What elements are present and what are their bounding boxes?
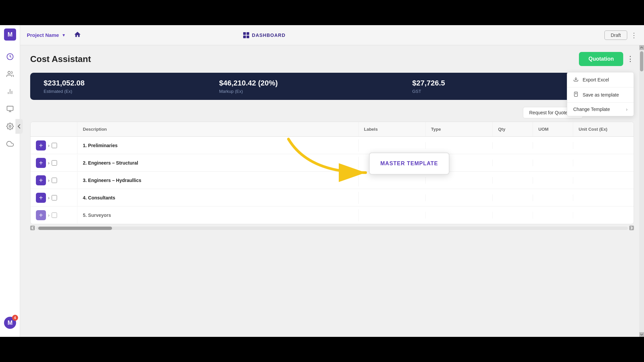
- dashboard-label: DASHBOARD: [252, 33, 285, 38]
- project-name: Project Name: [27, 32, 59, 38]
- table-row: + › 2. Engineers – Structural: [31, 154, 634, 172]
- row-checkbox-5[interactable]: [52, 213, 57, 218]
- cost-table: Description Labels Type Qty UOM Unit Cos…: [30, 122, 634, 224]
- scroll-left-btn[interactable]: [30, 226, 35, 230]
- scroll-down-btn[interactable]: [639, 332, 644, 337]
- export-excel-label: Export Excel: [583, 77, 609, 82]
- sidebar-item-people[interactable]: [5, 69, 15, 79]
- row-type-4: [426, 194, 493, 201]
- table-row: + › 5. Surveyors: [31, 206, 634, 224]
- row-labels-4: [359, 194, 426, 201]
- save-icon: [573, 92, 579, 98]
- sidebar-logo[interactable]: M: [4, 28, 16, 42]
- expand-row-button-2[interactable]: ›: [48, 160, 50, 166]
- row-description-4: 4. Consultants: [77, 192, 359, 204]
- row-unit-cost-4: [573, 194, 634, 201]
- markup-label: Markup (Ex): [219, 89, 278, 94]
- expand-row-button-4[interactable]: ›: [48, 195, 50, 200]
- row-labels-1: [359, 142, 426, 149]
- row-checkbox-3[interactable]: [52, 178, 57, 183]
- scroll-up-btn[interactable]: [639, 45, 644, 50]
- horizontal-scrollbar[interactable]: [36, 227, 628, 230]
- notification-badge: 4: [12, 315, 18, 321]
- sidebar-item-cloud[interactable]: [5, 138, 15, 149]
- master-template-label: MASTER TEMPLATE: [380, 161, 438, 166]
- add-row-button-2[interactable]: +: [36, 158, 46, 168]
- vertical-scrollbar[interactable]: [639, 45, 644, 337]
- row-unit-cost-1: [573, 142, 634, 149]
- sidebar-item-monitor[interactable]: [5, 104, 15, 114]
- row-actions-2: + ›: [31, 155, 77, 171]
- col-header-actions: [31, 122, 77, 136]
- sidebar-notification-logo[interactable]: M 4: [4, 317, 16, 330]
- row-unit-cost-2: [573, 160, 634, 166]
- row-uom-4: [533, 194, 573, 201]
- save-template-item[interactable]: Save as template: [567, 87, 634, 102]
- row-description-1: 1. Preliminaries: [77, 139, 359, 152]
- row-labels-5: [359, 212, 426, 219]
- vertical-scroll-thumb[interactable]: [640, 51, 643, 71]
- row-actions-5: + ›: [31, 207, 77, 224]
- home-icon[interactable]: [74, 31, 81, 40]
- gst-value: $27,726.5: [412, 79, 445, 87]
- dropdown-menu: Export Excel Save as template Change Tem…: [567, 72, 634, 116]
- col-header-type: Type: [426, 122, 493, 136]
- svg-rect-7: [7, 106, 13, 111]
- expand-row-button-1[interactable]: ›: [48, 143, 50, 148]
- row-qty-3: [493, 177, 533, 184]
- expand-row-button-5[interactable]: ›: [48, 213, 50, 218]
- topbar-right: Draft ⋮: [604, 31, 637, 40]
- dashboard-link[interactable]: DASHBOARD: [243, 32, 285, 38]
- row-checkbox-1[interactable]: [52, 143, 57, 148]
- svg-text:M: M: [7, 319, 12, 326]
- col-header-uom: UOM: [533, 122, 573, 136]
- table-row: + › 3. Engineers – Hydraullics: [31, 172, 634, 189]
- change-template-label: Change Template: [573, 107, 610, 112]
- sidebar-item-chart[interactable]: [5, 86, 15, 97]
- row-checkbox-2[interactable]: [52, 160, 57, 166]
- row-unit-cost-5: [573, 212, 634, 219]
- row-description-2: 2. Engineers – Structural: [77, 157, 359, 169]
- svg-point-10: [9, 125, 11, 127]
- add-row-button-1[interactable]: +: [36, 140, 46, 150]
- draft-button[interactable]: Draft: [604, 31, 627, 40]
- row-checkbox-4[interactable]: [52, 195, 57, 200]
- project-selector[interactable]: Project Name ▼: [27, 32, 66, 38]
- scroll-right-btn[interactable]: [629, 226, 634, 230]
- row-qty-1: [493, 142, 533, 149]
- row-uom-3: [533, 177, 573, 184]
- master-template-box: MASTER TEMPLATE: [369, 153, 449, 175]
- change-template-item[interactable]: Change Template ›: [567, 103, 634, 116]
- row-actions-3: + ›: [31, 172, 77, 189]
- row-actions-1: + ›: [31, 137, 77, 154]
- add-row-button-5[interactable]: +: [36, 210, 46, 220]
- scroll-thumb[interactable]: [38, 227, 112, 230]
- add-row-button-3[interactable]: +: [36, 175, 46, 185]
- row-actions-4: + ›: [31, 189, 77, 206]
- project-dropdown-icon: ▼: [62, 33, 66, 38]
- chevron-right-icon: ›: [626, 107, 628, 112]
- dashboard-grid-icon: [243, 32, 249, 38]
- svg-text:M: M: [7, 31, 12, 38]
- sidebar-item-settings[interactable]: [5, 121, 15, 132]
- page-header: Cost Assistant Quotation ⋮: [30, 52, 634, 66]
- gst-label: GST: [412, 89, 445, 94]
- expand-row-button-3[interactable]: ›: [48, 178, 50, 183]
- add-row-button-4[interactable]: +: [36, 193, 46, 203]
- table-row: + › 1. Preliminaries: [31, 137, 634, 154]
- row-type-3: [426, 177, 493, 184]
- page-more-button[interactable]: ⋮: [627, 55, 634, 63]
- topbar-more-button[interactable]: ⋮: [631, 31, 637, 39]
- col-header-unit-cost: Unit Cost (Ex): [573, 122, 634, 136]
- page-title: Cost Assistant: [30, 54, 91, 64]
- main-area: Project Name ▼ DASHBOARD Draft ⋮ Cost As…: [20, 25, 644, 337]
- row-uom-5: [533, 212, 573, 219]
- markup-value: $46,210.42 (20%): [219, 79, 278, 87]
- sidebar-item-clock[interactable]: [5, 51, 15, 62]
- table-body: + › 1. Preliminaries: [31, 137, 634, 224]
- sidebar-collapse-btn[interactable]: [15, 119, 23, 134]
- row-type-1: [426, 142, 493, 149]
- export-excel-item[interactable]: Export Excel: [567, 72, 634, 87]
- quotation-button[interactable]: Quotation: [579, 52, 623, 66]
- estimated-label: Estimated (Ex): [44, 89, 85, 94]
